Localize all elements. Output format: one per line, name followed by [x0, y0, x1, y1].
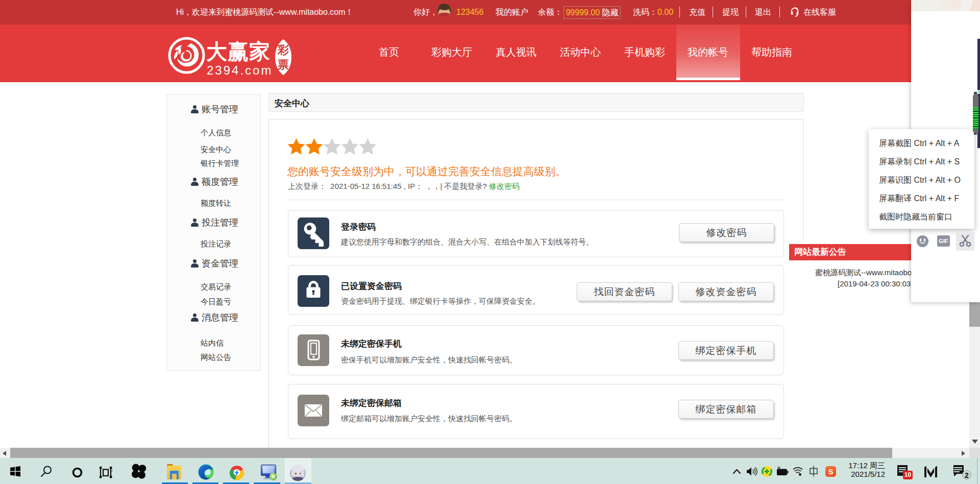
- svg-text:彩: 彩: [277, 43, 289, 56]
- svg-text:票: 票: [277, 58, 289, 71]
